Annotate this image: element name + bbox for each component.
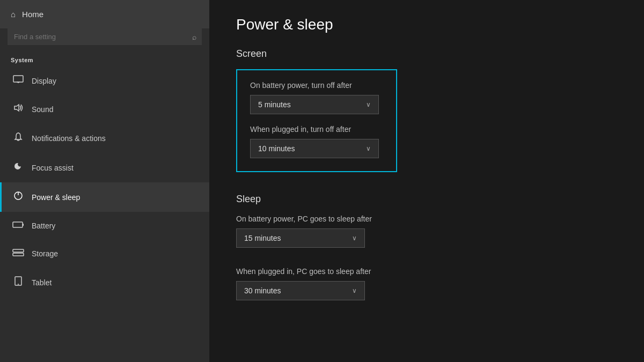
storage-icon bbox=[12, 248, 24, 259]
display-icon bbox=[12, 75, 24, 86]
sidebar-section-label: System bbox=[0, 53, 209, 67]
sidebar-item-tablet[interactable]: Tablet bbox=[0, 268, 209, 297]
sidebar-search-container: ⌕ bbox=[8, 28, 202, 45]
battery-screen-label: On battery power, turn off after bbox=[250, 81, 383, 90]
sidebar: ⌂ Home ⌕ System Display Sound Notificati… bbox=[0, 0, 209, 362]
battery-screen-value: 5 minutes bbox=[258, 100, 291, 109]
sound-icon bbox=[12, 104, 24, 115]
svg-rect-0 bbox=[13, 76, 23, 82]
battery-sleep-chevron-icon: ∨ bbox=[352, 234, 357, 242]
spacer bbox=[236, 258, 617, 267]
home-icon: ⌂ bbox=[11, 10, 16, 19]
sidebar-item-sound[interactable]: Sound bbox=[0, 95, 209, 123]
battery-sleep-label: On battery power, PC goes to sleep after bbox=[236, 215, 617, 223]
tablet-icon bbox=[12, 276, 24, 289]
sleep-section-title: Sleep bbox=[236, 194, 617, 205]
plugged-screen-dropdown[interactable]: 10 minutes ∨ bbox=[250, 139, 379, 158]
battery-sleep-dropdown[interactable]: 15 minutes ∨ bbox=[236, 228, 365, 248]
sidebar-item-battery[interactable]: Battery bbox=[0, 212, 209, 240]
focus-icon bbox=[12, 161, 24, 174]
plugged-screen-value: 10 minutes bbox=[258, 144, 295, 153]
power-sleep-label: Power & sleep bbox=[32, 193, 80, 202]
plugged-sleep-chevron-icon: ∨ bbox=[352, 287, 357, 294]
plugged-screen-chevron-icon: ∨ bbox=[366, 145, 371, 152]
main-content: Power & sleep Screen On battery power, t… bbox=[209, 0, 644, 362]
svg-point-12 bbox=[18, 284, 19, 285]
sidebar-item-storage[interactable]: Storage bbox=[0, 240, 209, 268]
svg-marker-3 bbox=[14, 105, 19, 111]
svg-rect-7 bbox=[13, 222, 23, 227]
power-icon bbox=[12, 191, 24, 203]
sidebar-item-notifications[interactable]: Notifications & actions bbox=[0, 123, 209, 153]
sidebar-item-focus[interactable]: Focus assist bbox=[0, 153, 209, 182]
sidebar-item-power[interactable]: Power & sleep bbox=[0, 182, 209, 212]
focus-label: Focus assist bbox=[32, 164, 74, 172]
page-title: Power & sleep bbox=[236, 16, 617, 33]
plugged-sleep-dropdown[interactable]: 30 minutes ∨ bbox=[236, 281, 365, 300]
storage-label: Storage bbox=[32, 249, 58, 258]
sidebar-item-display[interactable]: Display bbox=[0, 67, 209, 95]
tablet-label: Tablet bbox=[32, 278, 52, 287]
battery-sleep-value: 15 minutes bbox=[244, 234, 281, 242]
plugged-screen-label: When plugged in, turn off after bbox=[250, 125, 383, 134]
svg-rect-8 bbox=[23, 224, 24, 226]
svg-rect-9 bbox=[13, 249, 24, 252]
battery-screen-chevron-icon: ∨ bbox=[366, 101, 371, 108]
screen-settings-box: On battery power, turn off after 5 minut… bbox=[236, 69, 397, 172]
plugged-sleep-value: 30 minutes bbox=[244, 286, 281, 295]
sidebar-home-button[interactable]: ⌂ Home bbox=[0, 0, 209, 28]
battery-screen-dropdown[interactable]: 5 minutes ∨ bbox=[250, 95, 379, 114]
sound-label: Sound bbox=[32, 105, 53, 114]
display-label: Display bbox=[32, 77, 56, 85]
notifications-icon bbox=[12, 132, 24, 144]
search-input[interactable] bbox=[8, 28, 202, 45]
sleep-section: Sleep On battery power, PC goes to sleep… bbox=[236, 194, 617, 300]
battery-icon bbox=[12, 220, 24, 231]
battery-label: Battery bbox=[32, 221, 55, 230]
plugged-sleep-label: When plugged in, PC goes to sleep after bbox=[236, 267, 617, 276]
svg-rect-10 bbox=[13, 253, 24, 256]
screen-section-title: Screen bbox=[236, 48, 617, 60]
search-icon: ⌕ bbox=[192, 33, 196, 41]
home-label: Home bbox=[22, 10, 43, 19]
notifications-label: Notifications & actions bbox=[32, 134, 106, 143]
